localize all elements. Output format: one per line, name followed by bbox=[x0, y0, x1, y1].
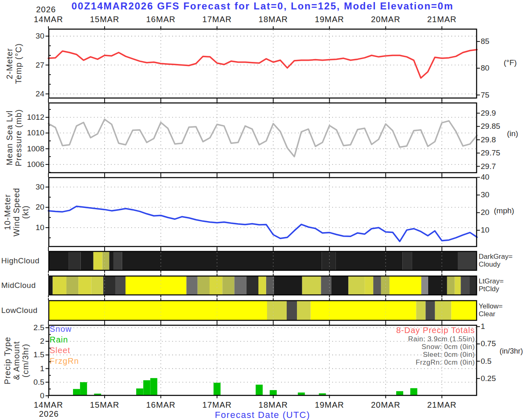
cloud-segment bbox=[68, 252, 80, 270]
bottom-date-15MAR: 15MAR bbox=[85, 400, 124, 410]
bottom-date-21MAR: 21MAR bbox=[422, 400, 461, 410]
wind-right-tick-label: 40 bbox=[481, 173, 509, 182]
wind-right-tick-label: 30 bbox=[481, 190, 509, 199]
temp-left-tick-label: 27 bbox=[21, 61, 44, 70]
cloud-segment bbox=[321, 276, 331, 294]
cloud-segment bbox=[187, 276, 198, 294]
cloud-segment bbox=[66, 276, 78, 294]
top-date-16MAR: 16MAR bbox=[141, 15, 180, 24]
rain-bar bbox=[256, 385, 262, 395]
cloud-segment bbox=[447, 276, 455, 294]
rain-bar bbox=[214, 383, 221, 395]
rain-bar bbox=[319, 393, 326, 395]
cloud-segment bbox=[114, 252, 122, 270]
wind-left-tick-label: 30 bbox=[21, 183, 44, 192]
lowcloud-label: LowCloud bbox=[1, 306, 38, 315]
cloud-segment bbox=[451, 301, 477, 320]
cloud-segment bbox=[365, 276, 373, 294]
cloud-segment bbox=[109, 252, 114, 270]
lowcloud-strip bbox=[48, 300, 477, 321]
rain-bar bbox=[298, 393, 305, 395]
precip-right-tick-label: 1 bbox=[481, 322, 509, 331]
cloud-segment bbox=[267, 301, 287, 320]
cloud-segment bbox=[126, 276, 186, 294]
cloud-segment bbox=[258, 276, 266, 294]
cloud-segment bbox=[48, 252, 68, 270]
cloud-segment bbox=[48, 301, 267, 320]
cloud-segment bbox=[455, 276, 461, 294]
cloud-segment bbox=[390, 276, 421, 294]
bottom-date-16MAR: 16MAR bbox=[141, 400, 180, 410]
cloud-segment bbox=[274, 276, 302, 294]
cloud-segment bbox=[412, 252, 458, 270]
temp-right-tick-label: 80 bbox=[481, 64, 509, 73]
cloud-segment bbox=[122, 252, 322, 270]
meteogram-page: 00Z14MAR2026 GFS Forecast for Lat=0, Lon… bbox=[0, 0, 525, 420]
precip-right-tick-label: 0.5 bbox=[481, 357, 509, 366]
cloud-segment bbox=[287, 301, 297, 320]
cloud-segment bbox=[435, 301, 452, 320]
temp-left-tick-label: 30 bbox=[21, 32, 44, 41]
rain-bar bbox=[73, 389, 80, 395]
cloud-segment bbox=[458, 252, 477, 270]
cloud-segment bbox=[210, 276, 222, 294]
temp-chart bbox=[48, 29, 477, 98]
temp-axis-line1: 2-Meter bbox=[5, 29, 14, 98]
cloud-segment bbox=[428, 276, 447, 294]
pressure-right-tick-label: 29.8 bbox=[481, 135, 509, 144]
cloud-segment bbox=[247, 276, 258, 294]
pressure-chart bbox=[48, 103, 477, 173]
wind-right-tick-label: 20 bbox=[481, 208, 509, 217]
temp-right-tick-label: 85 bbox=[481, 37, 509, 46]
midcloud-key-line2: PtCldy bbox=[479, 285, 504, 293]
precip-left-tick-label: 0.5 bbox=[21, 378, 44, 387]
cloud-segment bbox=[266, 276, 274, 294]
pressure-left-tick-label: 1008 bbox=[21, 144, 44, 153]
pressure-right-tick-label: 29.75 bbox=[481, 148, 509, 158]
x-axis-title: Forecast Date (UTC) bbox=[0, 410, 525, 420]
cloud-segment bbox=[91, 276, 103, 294]
cloud-segment bbox=[53, 276, 66, 294]
wind-left-tick-label: 10 bbox=[21, 223, 44, 232]
highcloud-strip bbox=[48, 251, 477, 271]
cloud-segment bbox=[402, 252, 412, 270]
wind-axis-line1: 10-Meter bbox=[3, 177, 12, 247]
cloud-segment bbox=[421, 276, 428, 294]
cloud-segment bbox=[331, 276, 349, 294]
bottom-date-18MAR: 18MAR bbox=[253, 400, 293, 410]
temp-right-tick-label: 75 bbox=[481, 91, 509, 100]
cloud-segment bbox=[198, 276, 210, 294]
temp-left-tick-label: 24 bbox=[21, 89, 44, 98]
pressure-axis-line1: Mean Sea Lvl bbox=[5, 103, 14, 173]
rain-bar bbox=[396, 391, 403, 395]
cloud-segment bbox=[336, 252, 402, 270]
top-date-21MAR: 21MAR bbox=[422, 15, 461, 24]
cloud-segment bbox=[311, 301, 416, 320]
page-title: 00Z14MAR2026 GFS Forecast for Lat=0, Lon… bbox=[0, 0, 525, 12]
highcloud-label: HighCloud bbox=[1, 256, 39, 265]
rain-bar bbox=[410, 388, 417, 395]
bottom-date-19MAR: 19MAR bbox=[310, 400, 349, 410]
top-year: 2026 bbox=[36, 5, 56, 14]
top-date-19MAR: 19MAR bbox=[310, 15, 349, 24]
midcloud-key: LtGray= PtCldy bbox=[479, 277, 504, 293]
pressure-frame bbox=[49, 103, 477, 173]
rain-bar bbox=[143, 380, 150, 395]
rain-bar bbox=[150, 378, 157, 395]
wind-axis-line2: Wind Speed bbox=[12, 177, 21, 247]
cloud-segment bbox=[469, 276, 477, 294]
cloud-segment bbox=[235, 276, 247, 294]
top-date-15MAR: 15MAR bbox=[85, 15, 124, 24]
highcloud-key: DarkGray= Cloudy bbox=[479, 253, 513, 268]
cloud-segment bbox=[416, 301, 426, 320]
cloud-segment bbox=[349, 276, 365, 294]
top-date-14MAR: 14MAR bbox=[29, 15, 68, 24]
wind-series-line bbox=[48, 206, 477, 242]
cloud-segment bbox=[373, 276, 381, 294]
pressure-right-tick-label: 29.9 bbox=[481, 109, 509, 118]
pressure-right-tick-label: 29.85 bbox=[481, 122, 509, 131]
temp-series-line bbox=[48, 50, 477, 78]
bottom-date-20MAR: 20MAR bbox=[366, 400, 405, 410]
cloud-segment bbox=[94, 252, 103, 270]
precip-left-tick-label: 1 bbox=[21, 364, 44, 373]
